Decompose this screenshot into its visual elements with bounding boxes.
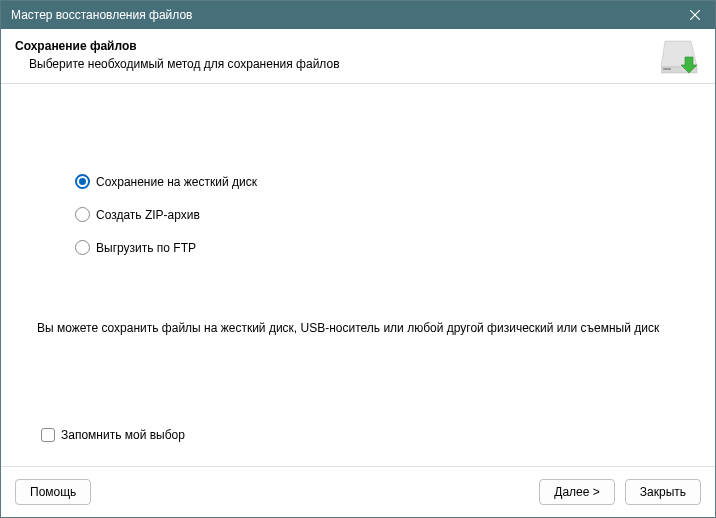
save-method-radio-group: Сохранение на жесткий диск Создать ZIP-а… xyxy=(75,174,685,273)
next-button[interactable]: Далее > xyxy=(539,479,615,505)
radio-icon xyxy=(75,207,90,222)
wizard-window: Мастер восстановления файлов Сохранение … xyxy=(0,0,716,518)
help-button[interactable]: Помощь xyxy=(15,479,91,505)
wizard-footer: Помощь Далее > Закрыть xyxy=(1,466,715,517)
radio-save-hdd[interactable]: Сохранение на жесткий диск xyxy=(75,174,685,189)
radio-label: Создать ZIP-архив xyxy=(96,208,200,222)
hard-drive-save-icon xyxy=(661,39,701,75)
radio-icon xyxy=(75,240,90,255)
checkbox-icon xyxy=(41,428,55,442)
window-title: Мастер восстановления файлов xyxy=(11,8,675,22)
remember-choice-checkbox[interactable]: Запомнить мой выбор xyxy=(41,428,685,442)
page-subtitle: Выберите необходимый метод для сохранени… xyxy=(29,57,661,71)
checkbox-label: Запомнить мой выбор xyxy=(61,428,185,442)
radio-label: Выгрузить по FTP xyxy=(96,241,196,255)
close-icon[interactable] xyxy=(675,1,715,29)
radio-label: Сохранение на жесткий диск xyxy=(96,175,257,189)
wizard-header: Сохранение файлов Выберите необходимый м… xyxy=(1,29,715,84)
svg-rect-3 xyxy=(663,68,671,70)
method-description: Вы можете сохранить файлы на жесткий дис… xyxy=(37,321,685,335)
wizard-content: Сохранение на жесткий диск Создать ZIP-а… xyxy=(1,84,715,466)
radio-icon xyxy=(75,174,90,189)
page-title: Сохранение файлов xyxy=(15,39,661,53)
titlebar: Мастер восстановления файлов xyxy=(1,1,715,29)
radio-create-zip[interactable]: Создать ZIP-архив xyxy=(75,207,685,222)
radio-upload-ftp[interactable]: Выгрузить по FTP xyxy=(75,240,685,255)
close-button[interactable]: Закрыть xyxy=(625,479,701,505)
header-text: Сохранение файлов Выберите необходимый м… xyxy=(15,39,661,71)
